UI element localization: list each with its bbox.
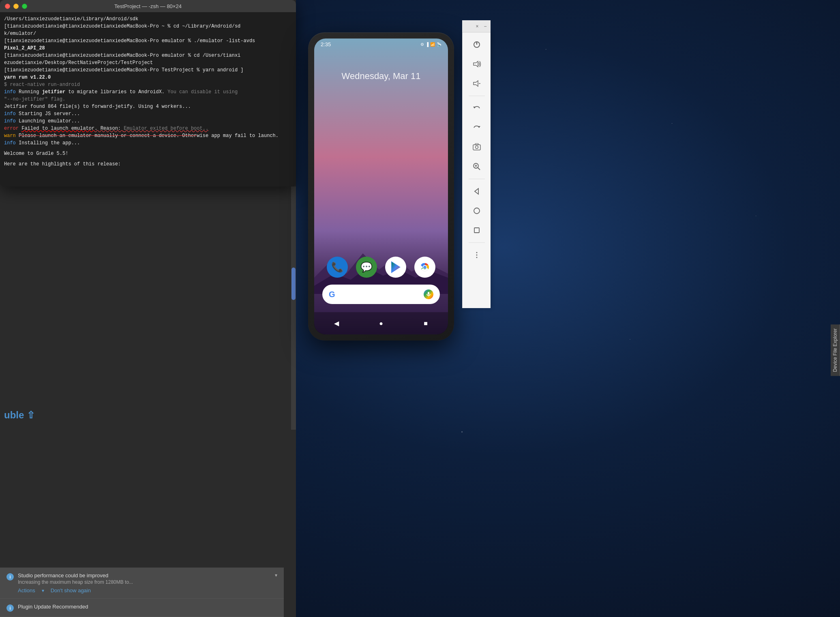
- phone-status-bar: 2:35 ⚙ ▐ 📶 📡: [314, 39, 448, 50]
- volume-down-button[interactable]: [468, 75, 486, 92]
- wifi-icon: 📶: [430, 42, 435, 47]
- back-button[interactable]: [468, 182, 486, 200]
- phone-app-icon[interactable]: 📞: [327, 257, 348, 278]
- actions-chevron-icon[interactable]: ▾: [42, 588, 44, 593]
- chrome-app-icon[interactable]: [414, 257, 435, 278]
- back-nav-button[interactable]: ◀: [329, 316, 344, 331]
- more-options-button[interactable]: [468, 246, 486, 264]
- phone-screen-container: 2:35 ⚙ ▐ 📶 📡 Wednesday, Mar 11: [314, 39, 448, 334]
- notification-description: Increasing the maximum heap size from 12…: [18, 579, 271, 585]
- svg-marker-11: [474, 61, 478, 67]
- terminal-line-4: Pixel_2_API_28: [4, 45, 292, 52]
- notification-plugin-title: Plugin Update Recommended: [18, 604, 277, 610]
- notification-bar: i Studio performance could be improved I…: [0, 568, 284, 617]
- playstore-app-icon[interactable]: [385, 257, 406, 278]
- ide-scrollbar[interactable]: [291, 186, 296, 430]
- notification-plugin-icon: i: [6, 604, 14, 612]
- terminal-line-3: [tianxiezuodetianxie@tianxiezuodetianxie…: [4, 37, 292, 45]
- phone-nav-bar: ◀ ● ■: [314, 312, 448, 334]
- messages-icon: 💬: [360, 261, 373, 273]
- home-button[interactable]: [468, 202, 486, 220]
- recents-nav-button[interactable]: ■: [418, 316, 433, 331]
- power-button[interactable]: [468, 36, 486, 54]
- controls-divider-1: [469, 96, 485, 96]
- google-g-logo: G: [329, 290, 338, 299]
- google-mic-icon[interactable]: [424, 289, 433, 299]
- home-nav-button[interactable]: ●: [374, 316, 388, 331]
- terminal-line-1: /Users/tianxiezuodetianxie/Library/Andro…: [4, 15, 292, 23]
- device-file-explorer-tab[interactable]: Device File Explorer: [831, 324, 840, 376]
- terminal-line-14: warn Please launch an emulator manually …: [4, 132, 292, 139]
- notification-performance: i Studio performance could be improved I…: [0, 568, 284, 599]
- rotate-left-button[interactable]: [468, 99, 486, 117]
- svg-point-28: [476, 257, 477, 258]
- phone-icon: 📞: [331, 261, 343, 273]
- svg-text:G: G: [329, 290, 335, 299]
- actions-button[interactable]: Actions: [18, 587, 35, 593]
- terminal-close-button[interactable]: [5, 4, 10, 9]
- terminal-line-12: info Launching emulator...: [4, 118, 292, 125]
- svg-point-27: [476, 255, 477, 256]
- signal-icon: 📡: [437, 42, 441, 47]
- phone-status-icons: ⚙ ▐ 📶 📡: [420, 42, 441, 47]
- terminal-line-11: info Starting JS server...: [4, 110, 292, 118]
- notification-plugin-update: i Plugin Update Recommended: [0, 599, 284, 617]
- recents-button[interactable]: [468, 221, 486, 239]
- terminal-line-6: [tianxiezuodetianxie@tianxiezuodetianxie…: [4, 66, 292, 74]
- settings-gear-icon: ⚙: [420, 42, 424, 47]
- notification-plugin-content: Plugin Update Recommended: [18, 604, 277, 611]
- emulator-minimize-button[interactable]: −: [482, 24, 488, 29]
- terminal-line-10: Jetifier found 864 file(s) to forward-je…: [4, 103, 292, 110]
- terminal-titlebar: TestProject — -zsh — 80×24: [0, 0, 296, 12]
- ide-editor-area: uble ⇧: [0, 199, 296, 523]
- terminal-line-17: Here are the highlights of this release:: [4, 161, 292, 168]
- terminal-line-13: error Failed to launch emulator. Reason:…: [4, 125, 292, 132]
- ide-scrollbar-thumb[interactable]: [291, 268, 296, 300]
- notification-actions: Actions ▾ Don't show again: [18, 587, 271, 593]
- svg-marker-23: [475, 189, 478, 194]
- svg-marker-1: [392, 262, 400, 272]
- notification-content: Studio performance could be improved Inc…: [18, 572, 271, 593]
- phone-time: 2:35: [321, 41, 331, 47]
- svg-point-24: [474, 208, 480, 214]
- phone-outer-shell: 2:35 ⚙ ▐ 📶 📡 Wednesday, Mar 11: [308, 32, 454, 341]
- controls-divider-2: [469, 179, 485, 179]
- terminal-line-7: yarn run v1.22.0: [4, 74, 292, 81]
- dont-show-again-button[interactable]: Don't show again: [51, 587, 91, 593]
- svg-rect-25: [474, 228, 479, 233]
- terminal-maximize-button[interactable]: [22, 4, 27, 9]
- svg-marker-12: [474, 81, 478, 86]
- terminal-title: TestProject — -zsh — 80×24: [114, 3, 182, 9]
- rotate-right-button[interactable]: [468, 119, 486, 137]
- terminal-line-9: info Running jetifier to migrate librari…: [4, 88, 292, 103]
- terminal-line-2: [tianxiezuodetianxie@tianxiezuodetianxie…: [4, 23, 292, 37]
- phone-search-bar[interactable]: G: [322, 285, 440, 304]
- zoom-button[interactable]: [468, 158, 486, 176]
- svg-point-5: [424, 266, 426, 269]
- messages-app-icon[interactable]: 💬: [356, 257, 377, 278]
- terminal-line-5: [tianxiezuodetianxie@tianxiezuodetianxie…: [4, 52, 292, 66]
- phone-screen[interactable]: 2:35 ⚙ ▐ 📶 📡 Wednesday, Mar 11: [314, 39, 448, 334]
- svg-rect-7: [428, 292, 429, 295]
- phone-app-icons-row: 📞 💬: [314, 257, 448, 278]
- uble-indicator: uble ⇧: [0, 405, 39, 425]
- battery-icon: ▐: [426, 42, 429, 47]
- terminal-window[interactable]: TestProject — -zsh — 80×24 /Users/tianxi…: [0, 0, 296, 186]
- svg-line-20: [478, 168, 480, 170]
- controls-divider-3: [469, 242, 485, 243]
- terminal-line-8: $ react-native run-android: [4, 81, 292, 88]
- emulator-titlebar: × −: [462, 20, 491, 32]
- phone-date: Wednesday, Mar 11: [314, 71, 448, 81]
- terminal-minimize-button[interactable]: [13, 4, 19, 9]
- terminal-line-15: info Installing the app...: [4, 139, 292, 147]
- emulator-close-button[interactable]: ×: [474, 24, 480, 29]
- phone-emulator: 2:35 ⚙ ▐ 📶 📡 Wednesday, Mar 11: [308, 32, 454, 341]
- notification-expand-icon[interactable]: ▾: [275, 572, 277, 578]
- screenshot-button[interactable]: [468, 138, 486, 156]
- volume-up-button[interactable]: [468, 55, 486, 73]
- emulator-controls-panel: [462, 32, 491, 308]
- svg-rect-18: [475, 144, 478, 145]
- notification-title: Studio performance could be improved: [18, 572, 271, 578]
- notification-info-icon: i: [6, 573, 14, 581]
- svg-point-26: [476, 252, 477, 253]
